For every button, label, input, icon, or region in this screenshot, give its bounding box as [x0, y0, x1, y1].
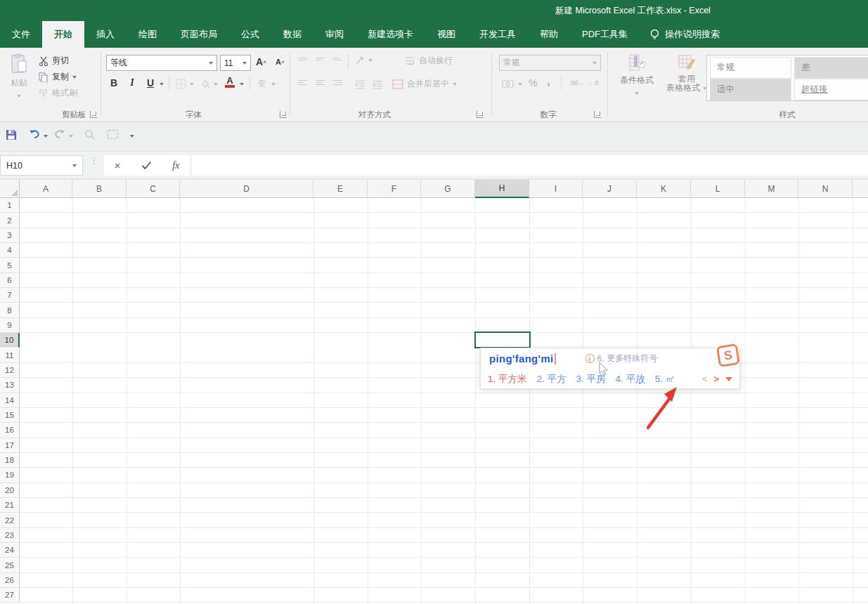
- column-header-L[interactable]: L: [691, 180, 745, 198]
- column-header-J[interactable]: J: [583, 180, 637, 198]
- tab-page-layout[interactable]: 页面布局: [169, 21, 229, 48]
- row-header-18[interactable]: 18: [0, 453, 20, 468]
- ime-expand-icon[interactable]: [725, 377, 732, 381]
- touch-mode-button[interactable]: [107, 129, 119, 140]
- accounting-format-button[interactable]: [502, 79, 514, 92]
- comma-style-button[interactable]: ,: [547, 74, 550, 88]
- row-header-5[interactable]: 5: [0, 258, 20, 273]
- qat-customize-dropdown-icon[interactable]: [130, 135, 134, 138]
- fill-color-dropdown-icon[interactable]: [214, 83, 218, 86]
- grid-area[interactable]: [20, 198, 868, 604]
- row-header-13[interactable]: 13: [0, 378, 20, 393]
- row-header-23[interactable]: 23: [0, 528, 20, 543]
- ime-candidate-1[interactable]: 1. 平方米: [488, 373, 527, 386]
- tab-new-custom-tab[interactable]: 新建选项卡: [356, 21, 425, 48]
- formula-bar-grip[interactable]: ⋮: [90, 159, 98, 163]
- underline-button[interactable]: U: [144, 77, 157, 88]
- row-header-8[interactable]: 8: [0, 303, 20, 317]
- font-dialog-launcher[interactable]: [280, 111, 287, 118]
- row-header-24[interactable]: 24: [0, 543, 20, 558]
- column-header-B[interactable]: B: [72, 180, 127, 198]
- row-header-3[interactable]: 3: [0, 228, 20, 243]
- column-header-A[interactable]: A: [20, 180, 72, 198]
- number-dialog-launcher[interactable]: [594, 111, 601, 118]
- row-header-27[interactable]: 27: [0, 588, 20, 603]
- style-hyperlink[interactable]: 超链接: [794, 79, 868, 100]
- ime-special-symbols-hint[interactable]: i 6. 更多特殊符号: [585, 353, 658, 365]
- style-neutral[interactable]: 适中: [710, 79, 791, 100]
- align-top-button[interactable]: [298, 56, 307, 62]
- cut-button[interactable]: 剪切: [39, 55, 69, 67]
- row-header-7[interactable]: 7: [0, 288, 20, 303]
- borders-button[interactable]: [176, 79, 186, 92]
- ime-prev-page-icon[interactable]: <: [702, 374, 708, 384]
- column-header-D[interactable]: D: [180, 180, 313, 198]
- undo-dropdown-icon[interactable]: [44, 135, 48, 138]
- accounting-dropdown-icon[interactable]: [518, 83, 522, 86]
- bold-button[interactable]: B: [108, 77, 120, 88]
- undo-button[interactable]: [28, 129, 41, 140]
- italic-button[interactable]: I: [126, 77, 138, 88]
- tab-developer[interactable]: 开发工具: [467, 21, 528, 48]
- ime-candidate-2[interactable]: 2. 平方: [537, 373, 566, 386]
- percent-style-button[interactable]: %: [529, 77, 537, 88]
- wrap-text-button[interactable]: 自动换行: [405, 55, 453, 67]
- align-center-button[interactable]: [316, 79, 325, 86]
- row-header-12[interactable]: 12: [0, 363, 20, 378]
- tab-home[interactable]: 开始: [42, 21, 84, 48]
- redo-dropdown-icon[interactable]: [69, 135, 73, 138]
- select-all-corner[interactable]: [0, 180, 20, 198]
- row-header-25[interactable]: 25: [0, 558, 20, 572]
- column-header-N[interactable]: N: [798, 180, 853, 198]
- row-header-22[interactable]: 22: [0, 513, 20, 527]
- column-header-F[interactable]: F: [368, 180, 421, 198]
- tab-pdf-tools[interactable]: PDF工具集: [570, 21, 640, 48]
- ime-next-page-icon[interactable]: >: [713, 374, 719, 384]
- align-left-button[interactable]: [298, 79, 307, 86]
- print-preview-button[interactable]: [84, 129, 96, 140]
- row-header-11[interactable]: 11: [0, 348, 20, 363]
- orientation-button[interactable]: [355, 55, 365, 68]
- row-header-17[interactable]: 17: [0, 438, 20, 453]
- borders-dropdown-icon[interactable]: [190, 83, 194, 86]
- row-header-9[interactable]: 9: [0, 318, 20, 333]
- tab-file[interactable]: 文件: [0, 21, 42, 48]
- font-color-button[interactable]: A: [225, 77, 235, 88]
- align-right-button[interactable]: [333, 79, 342, 86]
- column-header-K[interactable]: K: [637, 180, 691, 198]
- save-button[interactable]: [6, 129, 17, 140]
- column-header-C[interactable]: C: [127, 180, 180, 198]
- orientation-dropdown-icon[interactable]: [368, 59, 373, 62]
- format-as-table-button[interactable]: 套用 表格格式: [663, 53, 710, 93]
- redo-button[interactable]: [53, 129, 66, 140]
- number-format-combo[interactable]: 常规: [499, 55, 601, 71]
- tab-view[interactable]: 视图: [425, 21, 467, 48]
- row-header-14[interactable]: 14: [0, 393, 20, 408]
- grow-font-button[interactable]: A˄: [256, 56, 266, 67]
- font-color-dropdown-icon[interactable]: [240, 83, 244, 86]
- decrease-indent-button[interactable]: [355, 79, 365, 92]
- copy-button[interactable]: 复制: [39, 71, 77, 83]
- sogou-ime-logo[interactable]: S: [716, 343, 740, 367]
- increase-decimal-button[interactable]: .00→: [569, 79, 584, 86]
- enter-check-button[interactable]: [141, 161, 152, 170]
- column-header-E[interactable]: E: [313, 180, 368, 198]
- tab-review[interactable]: 审阅: [313, 21, 356, 48]
- tab-draw[interactable]: 绘图: [127, 21, 169, 48]
- row-header-19[interactable]: 19: [0, 468, 20, 482]
- name-box[interactable]: H10: [0, 155, 83, 176]
- style-normal[interactable]: 常规: [710, 57, 791, 79]
- row-header-16[interactable]: 16: [0, 423, 20, 438]
- align-middle-button[interactable]: [316, 56, 325, 62]
- tab-data[interactable]: 数据: [271, 21, 313, 48]
- column-header-partial[interactable]: [853, 180, 868, 198]
- align-bottom-button[interactable]: [333, 56, 342, 62]
- format-painter-button[interactable]: 格式刷: [39, 87, 77, 99]
- row-header-1[interactable]: 1: [0, 198, 20, 213]
- active-cell-selection[interactable]: [474, 331, 531, 348]
- tab-insert[interactable]: 插入: [84, 21, 127, 48]
- font-size-combo[interactable]: 11: [220, 55, 251, 71]
- tell-me-search[interactable]: 操作说明搜索: [649, 21, 720, 48]
- underline-dropdown-icon[interactable]: [160, 83, 164, 86]
- shrink-font-button[interactable]: A˅: [276, 58, 285, 66]
